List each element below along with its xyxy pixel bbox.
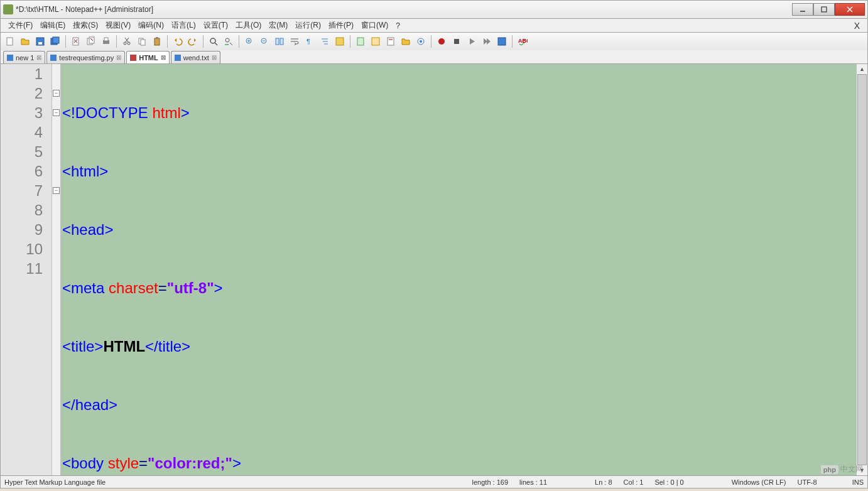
tab-close-icon[interactable]: ⊠ [36,55,42,61]
status-ins: INS [852,478,864,486]
tab-testrequestimg[interactable]: testrequestimg.py ⊠ [46,51,125,63]
tab-label: testrequestimg.py [59,54,114,62]
watermark-text: 中文网 [840,464,863,475]
code-area[interactable]: <!DOCTYPE html> <html> <head> <meta char… [61,64,856,475]
tab-html[interactable]: HTML ⊠ [126,51,170,63]
copy-icon[interactable] [135,35,149,48]
svg-rect-53 [175,55,181,61]
show-all-chars-icon[interactable]: ¶ [303,35,317,48]
file-icon [50,54,57,62]
replace-icon[interactable] [222,35,236,48]
minimize-button[interactable] [792,3,813,16]
fold-marker[interactable] [53,109,60,116]
fold-column [52,64,61,475]
svg-point-18 [127,42,130,45]
toolbar: ¶ ABC [0,33,868,50]
save-macro-icon[interactable] [495,35,509,48]
folder-icon[interactable] [399,35,413,48]
menu-window[interactable]: 窗口(W) [357,19,392,32]
menu-view[interactable]: 视图(V) [102,19,134,32]
line-number: 11 [1,259,43,278]
svg-point-45 [420,40,422,43]
svg-rect-13 [89,37,94,43]
svg-rect-39 [336,38,344,45]
wordwrap-icon[interactable] [288,35,301,48]
menu-settings[interactable]: 设置(T) [200,19,232,32]
indent-guide-icon[interactable] [318,35,332,48]
scroll-thumb[interactable] [857,74,867,465]
menu-help[interactable]: ? [392,20,404,31]
menu-run[interactable]: 运行(R) [291,19,325,32]
editor: 1 2 3 4 5 6 7 8 9 10 11 <!DOCTYPE html> … [0,64,868,476]
vertical-scrollbar[interactable]: ▲ ▼ [856,64,867,475]
svg-rect-47 [454,39,459,44]
sync-scroll-icon[interactable] [273,35,286,48]
func-list-icon[interactable] [384,35,398,48]
record-icon[interactable] [435,35,448,48]
cut-icon[interactable] [120,35,134,48]
find-icon[interactable] [207,35,220,48]
doc-map-icon[interactable] [354,35,367,48]
tab-close-x[interactable]: X [850,21,864,31]
menu-search[interactable]: 搜索(S) [69,19,102,32]
scroll-up-icon[interactable]: ▲ [857,64,867,74]
menu-tools[interactable]: 工具(O) [232,19,265,32]
line-number: 4 [1,122,43,142]
fold-marker[interactable] [53,90,60,97]
toolbar-separator [512,35,513,48]
tab-close-icon[interactable]: ⊠ [116,55,122,61]
zoom-in-icon[interactable] [242,35,256,48]
stop-icon[interactable] [450,35,464,48]
fold-marker[interactable] [53,187,60,194]
save-icon[interactable] [33,35,47,48]
print-icon[interactable] [99,35,113,48]
svg-point-46 [438,38,445,45]
menu-language[interactable]: 语言(L) [168,19,200,32]
menu-plugins[interactable]: 插件(P) [325,19,357,32]
menu-file[interactable]: 文件(F) [4,19,36,32]
status-bar: Hyper Text Markup Language file length :… [0,476,868,488]
menu-macro[interactable]: 宏(M) [265,19,291,32]
menu-edit[interactable]: 编辑(E) [36,19,69,32]
svg-rect-22 [141,40,145,45]
tab-new1[interactable]: new 1 ⊠ [3,51,45,63]
toolbar-separator [65,35,66,48]
svg-rect-48 [498,38,506,45]
zoom-out-icon[interactable] [258,35,271,48]
close-button[interactable] [835,3,865,16]
menu-encoding[interactable]: 编码(N) [134,19,168,32]
tab-close-icon[interactable]: ⊠ [211,55,217,61]
line-number: 3 [1,103,43,122]
line-number: 2 [1,84,43,103]
tab-close-icon[interactable]: ⊠ [160,55,166,61]
watermark: php 中文网 [821,464,863,475]
menu-bar: 文件(F) 编辑(E) 搜索(S) 视图(V) 编码(N) 语言(L) 设置(T… [0,19,868,33]
svg-rect-42 [388,38,394,45]
lang-icon[interactable] [333,35,347,48]
play-icon[interactable] [465,35,479,48]
svg-text:ABC: ABC [518,38,528,44]
tab-bar: new 1 ⊠ testrequestimg.py ⊠ HTML ⊠ wend.… [0,50,868,64]
close-file-icon[interactable] [69,35,83,48]
monitor-icon[interactable] [414,35,428,48]
close-all-icon[interactable] [84,35,98,48]
save-all-icon[interactable] [48,35,62,48]
play-multi-icon[interactable] [480,35,494,48]
toolbar-separator [239,35,239,48]
status-filetype: Hyper Text Markup Language file [4,478,106,486]
line-number-gutter: 1 2 3 4 5 6 7 8 9 10 11 [1,64,52,475]
paste-icon[interactable] [150,35,164,48]
redo-icon[interactable] [186,35,200,48]
file-icon [174,54,182,62]
maximize-button[interactable] [813,3,835,16]
open-file-icon[interactable] [18,35,32,48]
toolbar-separator [167,35,168,48]
status-ln: Ln : 8 [595,478,612,486]
undo-icon[interactable] [171,35,185,48]
doc-list-icon[interactable] [369,35,382,48]
tab-wend[interactable]: wend.txt ⊠ [171,51,220,63]
new-file-icon[interactable] [3,35,17,48]
line-number: 1 [1,64,43,84]
spellcheck-icon[interactable]: ABC [516,35,529,48]
watermark-logo: php [821,465,838,474]
